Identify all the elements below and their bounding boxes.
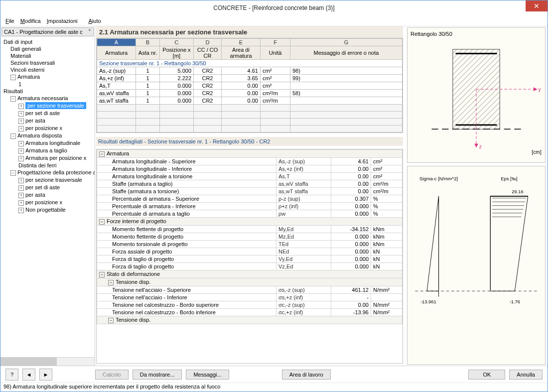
sidebar-hscroll[interactable] [0,357,95,366]
menubar: File Modifica Impostazioni Aiuto [0,15,548,26]
tree-risultati[interactable]: Risultati [1,88,94,95]
col-g[interactable]: G [290,39,403,46]
tree-pst[interactable]: +per sezione trasversale [1,176,94,184]
tree-dati[interactable]: Dati di input [1,38,94,45]
details-row[interactable]: −Forze interne di progetto [97,218,403,226]
ok-button[interactable]: OK [468,370,505,380]
tree-prog-prot[interactable]: −Progettazione della protezione a [1,169,94,176]
expand-icon[interactable]: + [18,200,24,206]
table-row[interactable]: As,-z (sup)15.000CR24.61cm²98) [97,67,403,75]
collapse-icon[interactable]: − [10,133,16,139]
expand-icon[interactable]: + [18,185,24,191]
expand-icon[interactable]: + [18,178,24,183]
details-table[interactable]: −ArmaturaArmatura longitudinale - Superi… [96,149,403,364]
collapse-icon[interactable]: − [10,75,16,80]
expand-icon[interactable]: + [18,104,24,109]
details-row[interactable]: Tensione nel calcestruzzo - Bordo superi… [97,301,403,309]
stress-panel: Sigma-c [N/mm^2] Eps [‰] -13.961 2 [407,166,546,365]
col-f[interactable]: F [261,39,290,46]
details-row[interactable]: Momento flettente di progettoMz,Ed0.000k… [97,233,403,241]
tree-per-set[interactable]: +per set di aste [1,110,94,117]
details-row[interactable]: −Armatura [97,150,403,158]
button-bar: ? ◄ ► Calcolo Da mostrare... Messaggi...… [0,366,548,383]
details-row[interactable]: Tensione nell'acciaio - Inferioreσs,+z (… [97,294,403,301]
expand-icon[interactable]: + [18,156,24,161]
tree-arm-nec[interactable]: −Armatura necessaria [1,95,94,102]
design-case-select[interactable]: CA1 - Progettazione delle aste c [1,27,94,36]
tree-sezioni[interactable]: Sezioni trasversali [1,59,94,66]
expand-icon[interactable]: + [18,126,24,131]
details-row[interactable]: Forza assiale di progettoNEd0.000kN [97,248,403,256]
tree-per-pos[interactable]: +per posizione x [1,125,94,132]
tree-arm-ppx[interactable]: +Armatura per posizione x [1,154,94,162]
tree-vincoli[interactable]: Vincoli esterni [1,66,94,73]
tree-per-sez[interactable]: +per sezione trasversale [1,102,94,110]
tree-dist-ferri[interactable]: Distinta dei ferri [1,162,94,169]
details-row[interactable]: Tensione nell'acciaio - Superioreσs,-z (… [97,286,403,294]
messaggi-button[interactable]: Messaggi... [186,370,229,380]
menu-impostazioni[interactable]: Impostazioni [47,18,78,24]
area-button[interactable]: Area di lavoro [282,370,331,380]
details-row[interactable]: −Tensione disp. [97,278,403,286]
expand-icon[interactable]: + [18,193,24,198]
menu-aiuto[interactable]: Aiuto [88,18,101,24]
damostrare-button[interactable]: Da mostrare... [133,370,182,380]
table-row[interactable]: as,wT staffa10.000CR20.00cm²/m [97,97,403,105]
col-a[interactable]: A [97,39,136,46]
table-row[interactable]: As,T10.000CR20.00cm² [97,82,403,90]
table-row[interactable]: as,wV staffa10.000CR20.00cm²/m58) [97,90,403,97]
col-e[interactable]: E [222,39,261,46]
tree-arm-long[interactable]: +Armatura longitudinale [1,139,94,147]
col-b[interactable]: B [136,39,160,46]
results-table[interactable]: A B C D E F G Armatura Asta nr. Posizion… [96,38,403,133]
details-row[interactable]: Staffe (armatura a taglio)as,wV staffa0.… [97,180,403,188]
details-row[interactable]: Armatura longitudinale a torsioneAs,T0.0… [97,173,403,180]
tree-psa[interactable]: +per set di aste [1,184,94,191]
tree-arm-disp[interactable]: −Armatura disposta [1,132,94,139]
details-row[interactable]: Staffe (armatura a torsione)as,wT staffa… [97,188,403,195]
expand-icon[interactable]: + [18,119,24,124]
menu-file[interactable]: File [5,18,14,24]
details-row[interactable]: Forza di taglio di progettoVz,Ed0.000kN [97,263,403,270]
calcolo-button[interactable]: Calcolo [95,370,129,380]
details-row[interactable]: Percentuale di armatura - Inferioreρ+z (… [97,203,403,210]
details-row[interactable]: Percentuale di armatura - Superioreρ-z (… [97,195,403,203]
details-row[interactable]: −Stato di deformazione [97,270,403,278]
annulla-button[interactable]: Annulla [509,370,543,380]
menu-modifica[interactable]: Modifica [20,18,41,24]
col-d[interactable]: D [194,39,222,46]
details-row[interactable]: Momento torsionale di progettoTEd0.000kN… [97,241,403,248]
expand-icon[interactable]: + [18,208,24,213]
tree-arm-tag[interactable]: +Armatura a taglio [1,147,94,154]
expand-icon[interactable]: + [18,111,24,117]
tree-armatura[interactable]: −Armatura [1,73,94,81]
svg-text:-13.961: -13.961 [420,299,436,304]
close-button[interactable]: ✕ [526,0,548,11]
tree-dati-generali[interactable]: Dati generali [1,45,94,52]
details-row[interactable]: Momento flettente di progettoMy,Ed-34.15… [97,226,403,233]
collapse-icon[interactable]: − [10,170,16,176]
tree-materiali[interactable]: Materiali [1,52,94,59]
tree-ppx[interactable]: +per posizione x [1,199,94,206]
details-row[interactable]: Percentuale di armatura a taglioρw0.000% [97,210,403,218]
col-c[interactable]: C [160,39,194,46]
nav-prev-icon[interactable]: ◄ [22,369,35,381]
svg-marker-21 [490,196,528,291]
tree-per-asta[interactable]: +per asta [1,117,94,125]
window-title: CONCRETE - [Reinforced concrete beam (3)… [213,4,334,11]
help-icon[interactable]: ? [5,369,18,381]
details-row[interactable]: Forza di taglio di progettoVy,Ed0.000kN [97,256,403,263]
tree-nonprog[interactable]: +Non progettabile [1,206,94,214]
nav-next-icon[interactable]: ► [39,369,52,381]
details-row[interactable]: Armatura longitudinale - InferioreAs,+z … [97,165,403,173]
details-row[interactable]: −Tensione disp. [97,316,403,324]
table-row[interactable]: As,+z (inf)12.222CR23.65cm²99) [97,75,403,82]
details-row[interactable]: Armatura longitudinale - SuperioreAs,-z … [97,158,403,165]
expand-icon[interactable]: + [18,148,24,154]
details-row[interactable]: Tensione nel calcestruzzo - Bordo inferi… [97,309,403,316]
tree-pa[interactable]: +per asta [1,191,94,199]
nav-tree[interactable]: Dati di input Dati generali Materiali Se… [0,37,95,357]
expand-icon[interactable]: + [18,141,24,146]
collapse-icon[interactable]: − [10,96,16,102]
tree-armatura-1[interactable]: 1 [1,81,94,88]
